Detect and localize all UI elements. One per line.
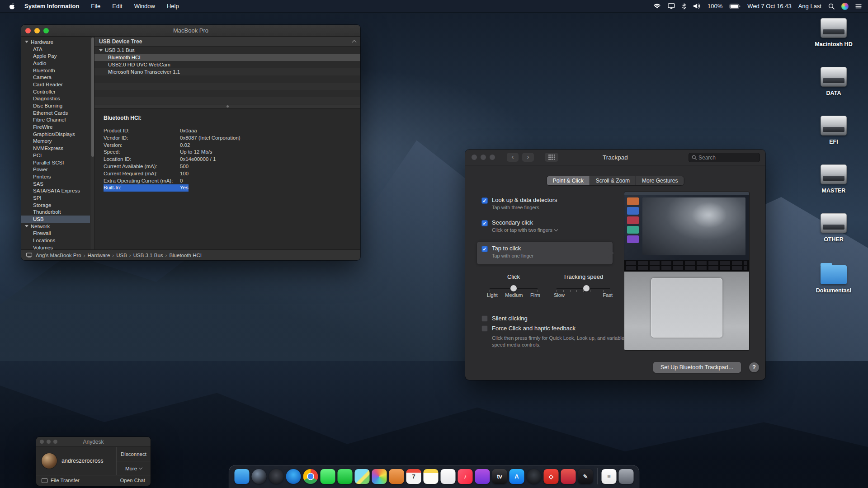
sidebar-item-nvmexpress[interactable]: NVMExpress bbox=[21, 145, 90, 152]
dock-safari-icon[interactable] bbox=[286, 469, 301, 484]
sidebar-item-card-reader[interactable]: Card Reader bbox=[21, 81, 90, 88]
desktop-icon-macintosh-hd[interactable]: Macintosh HD bbox=[807, 18, 861, 47]
back-button[interactable]: ‹ bbox=[507, 153, 519, 162]
checkbox-silent-clicking[interactable] bbox=[481, 315, 488, 322]
menu-file[interactable]: File bbox=[91, 3, 100, 9]
siri-icon[interactable] bbox=[841, 3, 849, 10]
dock-anydesk-icon[interactable]: ◇ bbox=[544, 469, 559, 484]
dock-messages-icon[interactable] bbox=[321, 469, 335, 484]
toggle-force-click-and-haptic-feedback[interactable]: Force Click and haptic feedback bbox=[481, 325, 631, 332]
zoom-button[interactable] bbox=[490, 155, 495, 160]
dock-chrome-icon[interactable] bbox=[303, 469, 318, 484]
option-tap-to-click[interactable]: ✓Tap to clickTap with one finger bbox=[477, 242, 613, 264]
sidebar-item-ethernet-cards[interactable]: Ethernet Cards bbox=[21, 109, 90, 117]
apple-menu-icon[interactable] bbox=[9, 3, 15, 10]
breadcrumb-item[interactable]: USB 3.1 Bus bbox=[133, 253, 163, 258]
breadcrumb-item[interactable]: Ang's MacBook Pro bbox=[36, 253, 81, 258]
sidebar-item-firewire[interactable]: FireWire bbox=[21, 123, 90, 131]
close-button[interactable] bbox=[472, 155, 477, 160]
search-field[interactable] bbox=[689, 153, 760, 162]
show-all-preferences-button[interactable] bbox=[545, 153, 558, 162]
pane-splitter[interactable] bbox=[94, 104, 360, 108]
desktop-icon-other[interactable]: OTHER bbox=[807, 213, 861, 243]
desktop-icon-efi[interactable]: EFI bbox=[807, 116, 861, 145]
dock-launchpad-icon[interactable] bbox=[269, 469, 284, 484]
slider-thumb[interactable] bbox=[583, 285, 590, 291]
checkbox-force-click-and-haptic-feedback[interactable] bbox=[481, 325, 488, 332]
trackpad-titlebar[interactable]: ‹ › Trackpad bbox=[465, 150, 765, 165]
menu-user-name[interactable]: Ang Last bbox=[798, 3, 821, 9]
dock-music-icon[interactable]: ♪ bbox=[458, 469, 473, 484]
screen-mirroring-icon[interactable] bbox=[668, 3, 675, 9]
sidebar-item-ata[interactable]: ATA bbox=[21, 46, 90, 53]
close-button[interactable] bbox=[40, 440, 44, 444]
open-chat-button[interactable]: Open Chat bbox=[120, 478, 145, 483]
desktop-icon-master[interactable]: MASTER bbox=[807, 164, 861, 194]
menu-clock[interactable]: Wed 7 Oct 16.43 bbox=[747, 3, 791, 9]
desktop-icon-data[interactable]: DATA bbox=[807, 67, 861, 96]
tree-row-bluetooth-hci[interactable]: Bluetooth HCI bbox=[94, 54, 360, 61]
sidebar-item-usb[interactable]: USB bbox=[21, 216, 90, 223]
menu-app-name[interactable]: System Information bbox=[24, 3, 79, 9]
setup-bluetooth-trackpad-button[interactable]: Set Up Bluetooth Trackpad… bbox=[653, 362, 741, 373]
sidebar-item-disc-burning[interactable]: Disc Burning bbox=[21, 102, 90, 109]
sidebar-item-printers[interactable]: Printers bbox=[21, 173, 90, 180]
search-input[interactable] bbox=[698, 155, 757, 161]
dock-podcasts-icon[interactable] bbox=[475, 469, 490, 484]
sidebar-item-pci[interactable]: PCI bbox=[21, 152, 90, 159]
dock-finder-icon[interactable] bbox=[235, 469, 250, 484]
minimize-button[interactable] bbox=[34, 28, 40, 33]
menu-edit[interactable]: Edit bbox=[112, 3, 122, 9]
sidebar-item-fibre-channel[interactable]: Fibre Channel bbox=[21, 117, 90, 124]
breadcrumb-item[interactable]: USB bbox=[116, 253, 127, 258]
checkbox-tap-to-click[interactable]: ✓ bbox=[481, 246, 488, 252]
sidebar-item-volumes[interactable]: Volumes bbox=[21, 244, 90, 249]
dock-books-icon[interactable] bbox=[389, 469, 404, 484]
bluetooth-icon[interactable] bbox=[682, 3, 686, 9]
disconnect-button[interactable]: Disconnect bbox=[117, 447, 151, 461]
scrollbar-thumb[interactable] bbox=[91, 38, 94, 157]
minimize-button[interactable] bbox=[47, 440, 51, 444]
dock-maps-icon[interactable] bbox=[355, 469, 370, 484]
disclosure-triangle-icon[interactable] bbox=[25, 225, 28, 227]
sidebar-item-apple-pay[interactable]: Apple Pay bbox=[21, 52, 90, 60]
sidebar-item-graphics-displays[interactable]: Graphics/Displays bbox=[21, 131, 90, 138]
wifi-icon[interactable] bbox=[653, 3, 661, 9]
sidebar-item-spi[interactable]: SPI bbox=[21, 194, 90, 202]
dock-red-app-icon[interactable] bbox=[561, 469, 576, 484]
sidebar-item-audio[interactable]: Audio bbox=[21, 60, 90, 67]
collapse-chevron-icon[interactable] bbox=[352, 40, 357, 44]
dock-reminders-icon[interactable] bbox=[441, 469, 456, 484]
forward-button[interactable]: › bbox=[522, 153, 534, 162]
option-secondary-click[interactable]: ✓Secondary clickClick or tap with two fi… bbox=[481, 219, 622, 242]
sidebar-item-diagnostics[interactable]: Diagnostics bbox=[21, 95, 90, 103]
tab-point-click[interactable]: Point & Click bbox=[547, 176, 590, 185]
dock-design-app-icon[interactable]: ✎ bbox=[578, 469, 593, 484]
dock-trash-icon[interactable] bbox=[619, 469, 634, 484]
menu-window[interactable]: Window bbox=[134, 3, 155, 9]
checkbox-secondary-click[interactable]: ✓ bbox=[481, 220, 488, 226]
dock-app-store-icon[interactable]: A bbox=[509, 469, 524, 484]
breadcrumb-item[interactable]: Hardware bbox=[87, 253, 110, 258]
sidebar-item-storage[interactable]: Storage bbox=[21, 202, 90, 209]
sidebar-item-camera[interactable]: Camera bbox=[21, 74, 90, 81]
dock-textedit-icon[interactable]: ≡ bbox=[602, 469, 617, 484]
sidebar-item-power[interactable]: Power bbox=[21, 166, 90, 173]
more-button[interactable]: More bbox=[117, 461, 151, 475]
option-look-up-data-detectors[interactable]: ✓Look up & data detectorsTap with three … bbox=[481, 197, 622, 219]
dock-photos-icon[interactable] bbox=[372, 469, 387, 484]
sysinfo-titlebar[interactable]: MacBook Pro bbox=[21, 25, 360, 37]
zoom-button[interactable] bbox=[43, 28, 49, 33]
volume-icon[interactable] bbox=[693, 3, 701, 9]
close-button[interactable] bbox=[25, 28, 31, 33]
zoom-button[interactable] bbox=[53, 440, 57, 444]
tree-row-usb2-0-hd-uvc-webcam[interactable]: USB2.0 HD UVC WebCam bbox=[94, 61, 360, 68]
tab-scroll-zoom[interactable]: Scroll & Zoom bbox=[590, 176, 636, 185]
sidebar-item-network[interactable]: Network bbox=[21, 223, 90, 230]
slider-thumb[interactable] bbox=[510, 285, 517, 291]
sidebar-item-bluetooth[interactable]: Bluetooth bbox=[21, 67, 90, 74]
dock-github-icon[interactable] bbox=[527, 469, 542, 484]
sidebar-item-firewall[interactable]: Firewall bbox=[21, 230, 90, 237]
sidebar-scrollbar[interactable] bbox=[90, 37, 94, 249]
sidebar-item-hardware[interactable]: Hardware bbox=[21, 38, 90, 46]
